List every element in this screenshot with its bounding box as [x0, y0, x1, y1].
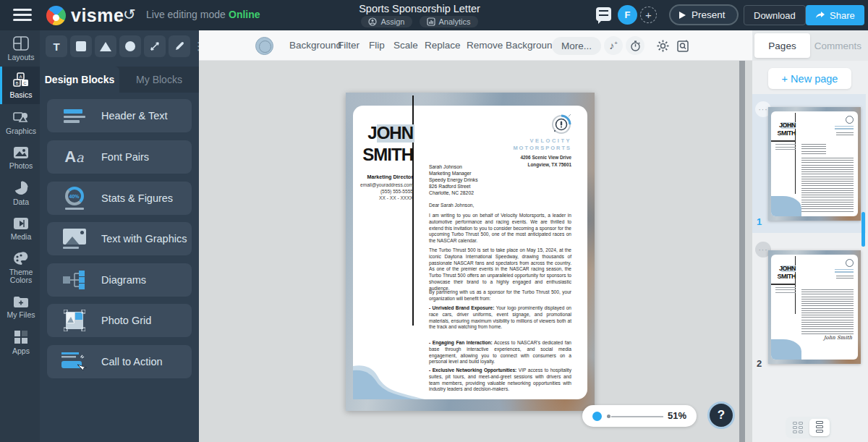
recipient-street[interactable]: 826 Radford Street — [429, 184, 516, 189]
assign-button[interactable]: Assign — [361, 16, 412, 27]
thumb-first-name: JOHN — [771, 265, 796, 272]
sidebar-item-data[interactable]: Data — [0, 175, 40, 211]
avatar[interactable]: F — [618, 5, 637, 25]
sender-role[interactable]: Marketing Director — [346, 174, 413, 180]
zoom-level[interactable]: 51% — [668, 410, 686, 421]
canvas[interactable]: JOHN SMITH Marketing Director email@your… — [199, 61, 752, 442]
zoom-notch — [607, 415, 610, 418]
list-view-button[interactable] — [809, 419, 830, 436]
settings-button[interactable] — [653, 36, 672, 55]
recipient-name[interactable]: Sarah Johnson — [429, 164, 516, 169]
sidebar-item-theme-colors[interactable]: Theme Colors — [0, 246, 40, 289]
company-address-line1[interactable]: 4206 Scenic View Drive — [499, 155, 571, 160]
timer-button[interactable] — [626, 36, 644, 55]
recipient-city[interactable]: Charlotte, NC 28202 — [429, 190, 516, 195]
block-header-text[interactable]: Header & Text — [47, 99, 192, 132]
zoom-slider-handle[interactable] — [592, 412, 602, 421]
sender-email[interactable]: email@youraddress.com — [346, 182, 413, 187]
page-thumbnail-2[interactable]: ··· JOHN SMITH John Smith 2 — [752, 234, 866, 391]
company-name-line2[interactable]: MOTORSPORTS — [499, 145, 571, 151]
visme-editor: visme ↺ Live editing mode Online Sports … — [0, 0, 868, 442]
apps-icon — [14, 330, 28, 344]
find-button[interactable] — [673, 36, 692, 55]
comment-icon[interactable] — [596, 7, 611, 21]
letter-paragraph-3[interactable]: By partnering with us as a sponsor for t… — [429, 289, 571, 302]
sidebar-item-apps[interactable]: Apps — [0, 324, 40, 360]
circle-shape-button[interactable] — [119, 35, 141, 57]
canvas-scrollbar[interactable] — [739, 61, 745, 442]
triangle-shape-button[interactable] — [95, 35, 116, 57]
tab-pages[interactable]: Pages — [754, 33, 810, 58]
pen-tool-button[interactable] — [169, 35, 190, 57]
sidebar-item-my-files[interactable]: My Files — [0, 289, 40, 324]
recipient-company[interactable]: Speedy Energy Drinks — [429, 177, 516, 182]
replace-button[interactable]: Replace — [425, 40, 461, 51]
sidebar-item-media[interactable]: Media — [0, 211, 40, 246]
letter-paragraph-1[interactable]: I am writing to you on behalf of Velocit… — [429, 213, 571, 245]
sender-phone[interactable]: (555) 555-5555 — [346, 189, 413, 194]
sender-last-name[interactable]: SMITH — [346, 145, 413, 165]
letter-bullet-2[interactable]: - Engaging Fan Interaction: Access to NA… — [429, 340, 571, 365]
present-button[interactable]: Present — [669, 4, 739, 25]
visme-logo[interactable]: visme — [46, 5, 124, 26]
letter-paragraph-2[interactable]: The Turbo Thrust 500 is set to take plac… — [429, 247, 571, 292]
menu-icon[interactable] — [13, 9, 32, 22]
play-icon — [679, 12, 686, 19]
svg-text:C: C — [23, 81, 27, 85]
salutation[interactable]: Dear Sarah Johnson, — [429, 203, 571, 209]
grid-view-button[interactable] — [788, 419, 808, 436]
gear-icon — [657, 40, 669, 52]
letter-page[interactable]: JOHN SMITH Marketing Director email@your… — [346, 93, 595, 411]
block-call-to-action[interactable]: Call to Action — [47, 345, 192, 378]
tab-my-blocks[interactable]: My Blocks — [119, 67, 199, 93]
document-title[interactable]: Sports Sponsorship Letter — [311, 3, 528, 14]
add-audio-button[interactable]: ♪+ — [604, 36, 623, 55]
sender-fax[interactable]: XX - XX - XXXX — [346, 195, 413, 200]
sidebar-item-layouts[interactable]: Layouts — [0, 30, 40, 67]
text-tool-button[interactable]: T — [46, 35, 67, 57]
share-button[interactable]: Share — [806, 5, 864, 25]
zoom-slider-track[interactable] — [611, 416, 663, 417]
download-button[interactable]: Download — [744, 5, 806, 25]
tab-design-blocks[interactable]: Design Blocks — [40, 67, 119, 93]
company-name-line1[interactable]: VELOCITY — [499, 137, 571, 144]
plus-mini-icon: + — [614, 40, 618, 46]
sender-first-name[interactable]: JOHN — [346, 123, 413, 143]
square-shape-button[interactable] — [70, 35, 92, 57]
page-2-preview: JOHN SMITH John Smith — [768, 250, 861, 364]
scale-button[interactable]: Scale — [393, 40, 418, 51]
thumb-address-lines — [836, 132, 854, 137]
remove-background-button[interactable]: Remove Background — [467, 40, 558, 51]
analytics-button[interactable]: Analytics — [420, 16, 478, 27]
block-text-with-graphics[interactable]: Text with Graphics — [47, 222, 192, 255]
assign-label: Assign — [380, 17, 404, 26]
background-swatch-icon[interactable] — [255, 37, 273, 55]
filter-button[interactable]: Filter — [338, 40, 359, 51]
more-button[interactable]: More... — [552, 37, 601, 55]
help-button[interactable]: ? — [707, 401, 735, 429]
line-tool-button[interactable] — [144, 35, 166, 57]
sidebar-item-basics[interactable]: ABC Basics — [0, 67, 40, 104]
add-member-button[interactable]: + — [640, 7, 657, 23]
block-label: Photo Grid — [101, 315, 151, 326]
share-label: Share — [830, 10, 855, 21]
block-diagrams[interactable]: Diagrams — [47, 263, 192, 297]
zoom-control: 51% — [582, 405, 697, 427]
letter-bullet-3[interactable]: - Exclusive Networking Opportunities: VI… — [429, 367, 571, 393]
block-stats-figures[interactable]: 40% Stats & Figures — [47, 182, 192, 215]
undo-icon[interactable]: ↺ — [123, 6, 136, 23]
new-page-button[interactable]: + New page — [768, 68, 851, 89]
block-photo-grid[interactable]: Photo Grid — [47, 304, 192, 337]
background-button[interactable]: Background — [289, 40, 341, 51]
block-font-pairs[interactable]: Aa Font Pairs — [47, 140, 192, 174]
sidebar-item-graphics[interactable]: Graphics — [0, 104, 40, 140]
recipient-role[interactable]: Marketing Manager — [429, 171, 516, 176]
flip-button[interactable]: Flip — [369, 40, 385, 51]
letter-bullet-1[interactable]: - Unrivaled Brand Exposure: Your logo pr… — [429, 305, 571, 331]
circle-icon — [125, 41, 135, 51]
company-logo-icon[interactable] — [551, 114, 571, 135]
tab-comments[interactable]: Comments — [810, 33, 866, 58]
page-thumbnail-1[interactable]: ··· JOHN SMITH 1 — [752, 94, 866, 233]
sidebar-item-photos[interactable]: Photos — [0, 140, 40, 175]
block-label: Diagrams — [101, 274, 146, 286]
